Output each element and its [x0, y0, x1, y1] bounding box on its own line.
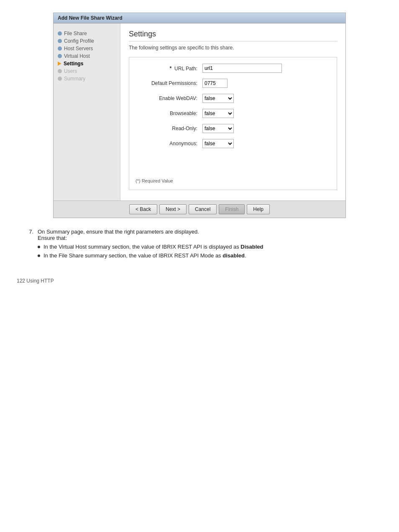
anonymous-label: Anonymous: — [136, 141, 202, 146]
read-only-row: Read-Only: false true — [136, 124, 330, 133]
required-note: (*) Required Value — [136, 178, 330, 183]
sidebar-label-users: Users — [64, 68, 77, 74]
default-permissions-input[interactable] — [202, 79, 228, 88]
bullet-icon — [58, 69, 62, 73]
read-only-label: Read-Only: — [136, 126, 202, 131]
wizard-dialog: Add New File Share Wizard File Share Con… — [53, 13, 346, 218]
help-button[interactable]: Help — [247, 204, 270, 214]
bullet-dot-icon — [38, 254, 40, 257]
arrow-icon — [58, 62, 61, 66]
enable-webdav-label: Enable WebDAV: — [136, 95, 202, 101]
required-star: * — [169, 65, 171, 72]
back-button[interactable]: < Back — [129, 204, 157, 214]
wizard-heading: Settings — [129, 30, 337, 41]
bullet-text-2: In the File Share summary section, the v… — [43, 252, 246, 259]
page-footer: 122 Using HTTP — [17, 278, 382, 284]
step-number: 7. — [21, 229, 33, 261]
wizard-body: File Share Config Profile Host Servers V… — [54, 23, 345, 200]
next-button[interactable]: Next > — [159, 204, 187, 214]
wizard-titlebar: Add New File Share Wizard — [54, 13, 345, 23]
bullet-icon — [58, 31, 62, 36]
bullet-icon — [58, 77, 62, 81]
enable-webdav-row: Enable WebDAV: false true — [136, 94, 330, 103]
anonymous-row: Anonymous: false true — [136, 139, 330, 148]
sidebar-label-host-servers: Host Servers — [64, 46, 93, 51]
sidebar-item-host-servers[interactable]: Host Servers — [58, 45, 116, 52]
browseable-select[interactable]: false true — [202, 109, 234, 118]
numbered-item-7: 7. On Summary page, ensure that the righ… — [21, 229, 378, 261]
enable-webdav-select[interactable]: false true — [202, 94, 234, 103]
bullet-icon — [58, 54, 62, 58]
sidebar-item-settings[interactable]: Settings — [58, 60, 116, 67]
bullet-dot-icon — [38, 246, 40, 248]
sidebar-label-config-profile: Config Profile — [64, 38, 94, 44]
default-permissions-row: Default Permissions: — [136, 79, 330, 88]
bullet-list: In the Virtual Host summary section, the… — [38, 244, 263, 259]
list-item: In the File Share summary section, the v… — [38, 252, 263, 259]
sidebar-label-file-share: File Share — [64, 31, 87, 36]
settings-panel: * URL Path: Default Permissions: Enable … — [129, 57, 337, 190]
finish-button: Finish — [219, 204, 245, 214]
bullet-text-1: In the Virtual Host summary section, the… — [43, 244, 263, 250]
sidebar-item-users[interactable]: Users — [58, 67, 116, 75]
sidebar-item-summary[interactable]: Summary — [58, 75, 116, 82]
sidebar-label-virtual-host: Virtual Host — [64, 53, 90, 59]
footer-text: 122 Using HTTP — [17, 278, 54, 284]
sidebar-label-summary: Summary — [64, 76, 85, 82]
browseable-row: Browseable: false true — [136, 109, 330, 118]
wizard-title: Add New File Share Wizard — [58, 15, 123, 21]
step-text: On Summary page, ensure that the right p… — [38, 229, 263, 261]
read-only-select[interactable]: false true — [202, 124, 234, 133]
browseable-label: Browseable: — [136, 111, 202, 116]
anonymous-select[interactable]: false true — [202, 139, 234, 148]
sidebar-item-config-profile[interactable]: Config Profile — [58, 37, 116, 45]
wizard-footer: < Back Next > Cancel Finish Help — [54, 200, 345, 218]
wizard-main: Settings The following settings are spec… — [120, 23, 345, 200]
cancel-button[interactable]: Cancel — [189, 204, 217, 214]
wizard-sidebar: File Share Config Profile Host Servers V… — [54, 23, 120, 200]
sidebar-item-file-share[interactable]: File Share — [58, 30, 116, 37]
step-sub: Ensure that: — [38, 235, 67, 241]
step-intro: On Summary page, ensure that the right p… — [38, 229, 199, 235]
url-path-input[interactable] — [202, 64, 282, 73]
url-path-label: * URL Path: — [136, 65, 202, 72]
bullet-icon — [58, 39, 62, 43]
bullet-icon — [58, 46, 62, 51]
wizard-description: The following settings are specific to t… — [129, 45, 337, 51]
url-path-row: * URL Path: — [136, 64, 330, 73]
sidebar-item-virtual-host[interactable]: Virtual Host — [58, 52, 116, 60]
sidebar-label-settings: Settings — [64, 61, 83, 67]
default-permissions-label: Default Permissions: — [136, 80, 202, 86]
page-content: 7. On Summary page, ensure that the righ… — [17, 229, 382, 261]
list-item: In the Virtual Host summary section, the… — [38, 244, 263, 250]
